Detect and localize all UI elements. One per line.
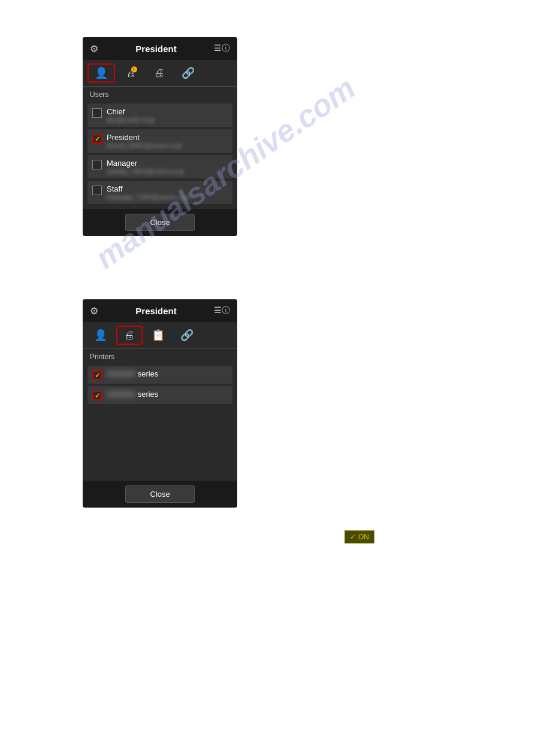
list-item-printer-2[interactable]: XXXXXX series	[87, 386, 232, 404]
close-button-1[interactable]: Close	[125, 214, 194, 231]
tab-link-2[interactable]: 🔗	[174, 326, 200, 345]
list-item-manager[interactable]: Manager sawada_70012@canon.co.jp	[87, 155, 232, 178]
checkbox-manager[interactable]	[92, 160, 102, 169]
item-email-manager: sawada_70012@canon.co.jp	[107, 168, 184, 175]
list-item-chief[interactable]: Chief ab1@ccweb.ne.jp	[87, 104, 232, 127]
panel-footer-2: Close	[83, 481, 237, 508]
list-item-staff[interactable]: Staff kobayage_71082@canon.co.jp	[87, 181, 232, 204]
item-email-president: blurred_00401@canon.co.jp	[107, 142, 182, 149]
item-text-printer-1: XXXXXX series	[107, 369, 158, 378]
tab-bar-2: 👤 🖨 📋 🔗	[83, 322, 237, 349]
checkbox-chief[interactable]	[92, 108, 102, 118]
item-name-chief: Chief	[107, 107, 155, 116]
section-label-printers: Printers	[83, 349, 237, 363]
info-icon-2[interactable]: ☰ⓘ	[214, 305, 230, 316]
user-tab-icon-2: 👤	[94, 329, 107, 342]
panel-header-1: ⚙ President ☰ⓘ	[83, 37, 237, 60]
item-text-president: President blurred_00401@canon.co.jp	[107, 133, 182, 149]
panel-title-2: President	[98, 306, 214, 316]
on-badge: ✓ ON	[344, 530, 374, 544]
printers-list: XXXXXX series XXXXXX series	[83, 363, 237, 409]
printer-name-blur-2: XXXXXX	[107, 390, 135, 399]
tab-alerts-1[interactable]: 🖨 !	[117, 63, 144, 83]
tab-link-1[interactable]: 🔗	[175, 63, 201, 83]
printer-name-blur-1: XXXXXX	[107, 370, 135, 378]
users-list: Chief ab1@ccweb.ne.jp President blurred_…	[83, 101, 237, 209]
item-email-staff: kobayage_71082@canon.co.jp	[107, 194, 189, 201]
tab-users-2[interactable]: 👤	[87, 326, 114, 345]
tab-bar-1: 👤 🖨 ! 🖨 🔗	[83, 60, 237, 87]
panel-printers: ⚙ President ☰ⓘ 👤 🖨 📋 🔗 Printers	[83, 299, 237, 508]
section-label-users: Users	[83, 87, 237, 101]
info-icon-1[interactable]: ☰ⓘ	[214, 43, 230, 54]
panel-title-1: President	[98, 44, 214, 54]
item-text-chief: Chief ab1@ccweb.ne.jp	[107, 107, 155, 123]
checkbox-staff[interactable]	[92, 186, 102, 195]
list-item-president[interactable]: President blurred_00401@canon.co.jp	[87, 129, 232, 153]
item-name-printer-2: XXXXXX series	[107, 390, 158, 399]
warning-badge: !	[131, 66, 137, 72]
gear-icon[interactable]: ⚙	[90, 43, 98, 54]
printer-tab-icon-1: 🖨	[154, 67, 165, 80]
panel-users: ⚙ President ☰ⓘ 👤 🖨 ! 🖨 🔗	[83, 37, 237, 236]
device-tab-icon-2: 📋	[152, 329, 165, 342]
list-item-printer-1[interactable]: XXXXXX series	[87, 366, 232, 384]
item-name-president: President	[107, 133, 182, 142]
tab-printers-2[interactable]: 🖨	[116, 326, 143, 345]
item-text-manager: Manager sawada_70012@canon.co.jp	[107, 159, 184, 175]
checkbox-printer-1[interactable]	[92, 371, 102, 380]
link-tab-icon-2: 🔗	[180, 329, 194, 342]
checkbox-printer-2[interactable]	[92, 391, 102, 400]
on-label: ON	[358, 533, 369, 541]
panel-spacer	[83, 409, 237, 481]
item-name-printer-1: XXXXXX series	[107, 369, 158, 378]
gear-icon-2[interactable]: ⚙	[90, 305, 98, 317]
item-name-staff: Staff	[107, 184, 189, 193]
tab-devices-2[interactable]: 📋	[145, 326, 171, 345]
printer-suffix-2: series	[138, 390, 159, 399]
tab-users-1[interactable]: 👤	[87, 63, 115, 83]
printer-suffix-1: series	[138, 369, 159, 378]
page-container: manualsarchive.com ⚙ President ☰ⓘ 👤 🖨 !	[0, 0, 535, 756]
checkbox-president[interactable]	[92, 134, 102, 144]
close-button-2[interactable]: Close	[125, 485, 194, 503]
panel-header-2: ⚙ President ☰ⓘ	[83, 299, 237, 322]
item-email-chief: ab1@ccweb.ne.jp	[107, 117, 155, 123]
link-tab-icon-1: 🔗	[182, 66, 195, 80]
printer-tab-icon-2: 🖨	[124, 329, 135, 342]
item-name-manager: Manager	[107, 159, 184, 168]
item-text-printer-2: XXXXXX series	[107, 390, 158, 399]
tab-printers-1[interactable]: 🖨	[146, 63, 173, 83]
user-tab-icon: 👤	[95, 66, 108, 80]
alert-tab-icon: 🖨 !	[126, 68, 135, 78]
on-check-icon: ✓	[350, 533, 356, 541]
item-text-staff: Staff kobayage_71082@canon.co.jp	[107, 184, 189, 201]
panel-footer-1: Close	[83, 209, 237, 236]
